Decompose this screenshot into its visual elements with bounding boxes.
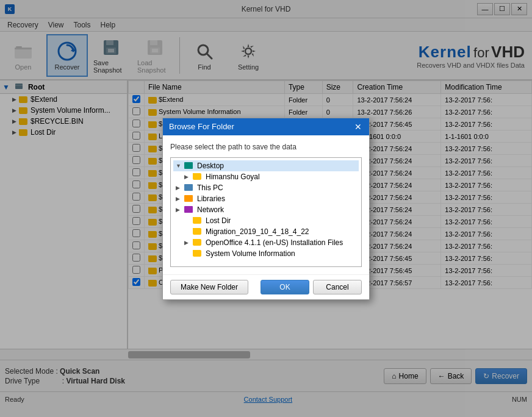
libraries-label: Libraries xyxy=(197,194,225,203)
modal-tree-network[interactable]: ▶ Network xyxy=(173,204,359,215)
thispc-icon xyxy=(184,184,193,191)
modal-tree-desktop[interactable]: ▼ Desktop xyxy=(173,160,359,171)
modal-prompt-text: Please select the path to save the data xyxy=(170,143,362,151)
modal-tree-thispc[interactable]: ▶ This PC xyxy=(173,182,359,193)
modal-tree-sysvolinfo[interactable]: System Volume Information xyxy=(182,248,359,259)
desktop-label: Desktop xyxy=(197,162,224,170)
modal-overlay: Browse For Folder ✕ Please select the pa… xyxy=(0,0,532,417)
migration-folder-icon xyxy=(193,228,201,235)
modal-tree-migration[interactable]: Migration_2019_10_4_18_4_22 xyxy=(182,226,359,237)
lostdir-modal-label: Lost Dir xyxy=(206,216,231,225)
lostdir-modal-folder-icon xyxy=(193,217,201,224)
modal-cancel-button[interactable]: Cancel xyxy=(313,280,362,294)
modal-tree-libraries[interactable]: ▶ Libraries xyxy=(173,193,359,204)
modal-tree-openoffice[interactable]: ▶ OpenOffice 4.1.1 (en-US) Installation … xyxy=(182,237,359,248)
modal-close-button[interactable]: ✕ xyxy=(353,122,363,132)
modal-title-bar: Browse For Folder ✕ xyxy=(163,118,369,135)
modal-body: Please select the path to save the data … xyxy=(163,135,369,274)
modal-footer: Make New Folder OK Cancel xyxy=(163,274,369,299)
make-new-folder-button[interactable]: Make New Folder xyxy=(170,280,248,294)
browse-folder-modal: Browse For Folder ✕ Please select the pa… xyxy=(162,118,370,300)
openoffice-folder-icon xyxy=(193,239,201,246)
desktop-icon xyxy=(184,162,193,169)
network-icon xyxy=(184,206,193,213)
modal-tree[interactable]: ▼ Desktop ▶ Himanshu Goyal ▶ This PC xyxy=(170,157,362,267)
himanshu-folder-icon xyxy=(193,173,201,180)
thispc-expand-icon: ▶ xyxy=(176,185,182,191)
modal-tree-lostdir[interactable]: Lost Dir xyxy=(182,215,359,226)
modal-title-text: Browse For Folder xyxy=(169,122,234,131)
modal-ok-button[interactable]: OK xyxy=(261,280,309,294)
thispc-label: This PC xyxy=(197,184,223,192)
libraries-expand-icon: ▶ xyxy=(176,196,182,202)
himanshu-label: Himanshu Goyal xyxy=(206,173,260,181)
sysvolinfo-modal-folder-icon xyxy=(193,250,201,257)
himanshu-expand-icon: ▶ xyxy=(184,174,190,180)
libraries-icon xyxy=(184,195,193,202)
sysvolinfo-modal-label: System Volume Information xyxy=(206,249,295,258)
modal-ok-cancel: OK Cancel xyxy=(261,280,362,294)
migration-label: Migration_2019_10_4_18_4_22 xyxy=(206,227,309,236)
network-label: Network xyxy=(197,205,224,214)
network-expand-icon: ▶ xyxy=(176,207,182,213)
openoffice-expand-icon: ▶ xyxy=(184,240,190,246)
desktop-expand-icon: ▼ xyxy=(176,163,182,169)
openoffice-label: OpenOffice 4.1.1 (en-US) Installation Fi… xyxy=(206,238,343,247)
modal-tree-himanshu[interactable]: ▶ Himanshu Goyal xyxy=(182,171,359,182)
